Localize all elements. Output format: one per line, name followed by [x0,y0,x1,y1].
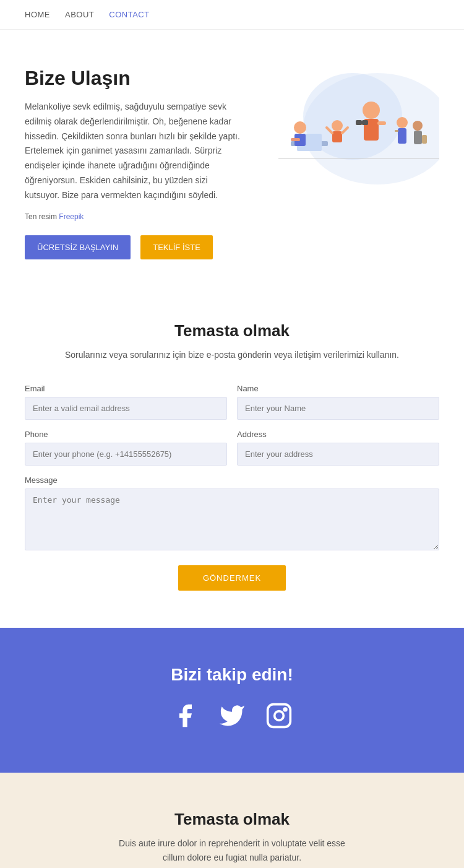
form-section-subtitle: Sorularınız veya sorularınız için bize e… [25,348,439,362]
svg-rect-24 [268,705,291,727]
form-row-2: Phone Address [25,430,439,466]
phone-label: Phone [25,430,227,439]
svg-point-20 [413,121,423,131]
address-input[interactable] [237,443,439,466]
nav-home[interactable]: HOME [25,10,50,19]
info-section-subtitle: Duis aute irure dolor in reprehenderit i… [108,836,356,864]
hero-text: Bize Ulaşın Melankoliye sevk edilmiş, sa… [25,67,241,259]
nav-about[interactable]: ABOUT [65,10,94,19]
address-group: Address [237,430,439,466]
svg-rect-18 [398,128,406,144]
contact-form: Email Name Phone Address Message GÖNDER [25,384,439,591]
name-input[interactable] [237,397,439,420]
info-section-title: Temasta olmak [25,810,439,829]
hero-title: Bize Ulaşın [25,67,241,90]
email-label: Email [25,384,227,393]
svg-rect-19 [395,130,398,132]
facebook-icon[interactable] [171,702,199,736]
email-group: Email [25,384,227,420]
offer-button[interactable]: TEKLİF İSTE [140,235,213,259]
submit-button[interactable]: GÖNDERMEK [178,565,286,591]
svg-point-17 [397,117,408,128]
instagram-icon[interactable] [265,702,293,736]
freepik-link[interactable]: Freepik [59,212,84,221]
form-section-title: Temasta olmak [25,321,439,341]
hero-image [254,67,439,193]
navbar: HOME ABOUT CONTACT [0,0,464,30]
message-input[interactable] [25,488,439,550]
address-label: Address [237,430,439,439]
form-row-1: Email Name [25,384,439,420]
svg-point-7 [332,120,343,131]
social-section: Bizi takip edin! [0,628,464,773]
svg-point-11 [363,102,380,119]
twitter-icon[interactable] [218,702,246,736]
free-start-button[interactable]: ÜCRETSİZ BAŞLAYIN [25,235,131,259]
social-icons [25,702,439,736]
social-title: Bizi takip edin! [25,665,439,685]
svg-point-25 [275,711,284,721]
contact-info-section: Temasta olmak Duis aute irure dolor in r… [0,773,464,868]
svg-rect-6 [291,138,300,141]
svg-rect-8 [332,131,342,142]
submit-row: GÖNDERMEK [25,565,439,591]
nav-contact[interactable]: CONTACT [109,10,149,19]
email-input[interactable] [25,397,227,420]
message-group: Message [25,475,439,550]
name-group: Name [237,384,439,420]
phone-input[interactable] [25,443,227,466]
svg-rect-22 [422,135,427,144]
message-label: Message [25,475,439,485]
hero-credit: Ten resim Freepik [25,210,241,223]
hero-body: Melankoliye sevk edilmiş, sağduyulu semp… [25,100,241,203]
phone-group: Phone [25,430,227,466]
svg-rect-14 [377,121,386,125]
svg-rect-15 [356,120,362,125]
svg-rect-21 [414,131,422,144]
contact-form-section: Temasta olmak Sorularınız veya soruların… [0,284,464,628]
svg-point-26 [284,708,286,711]
hero-buttons: ÜCRETSİZ BAŞLAYIN TEKLİF İSTE [25,235,241,259]
name-label: Name [237,384,439,393]
hero-section: Bize Ulaşın Melankoliye sevk edilmiş, sa… [0,30,464,284]
svg-point-4 [294,121,306,134]
svg-rect-16 [362,120,368,125]
